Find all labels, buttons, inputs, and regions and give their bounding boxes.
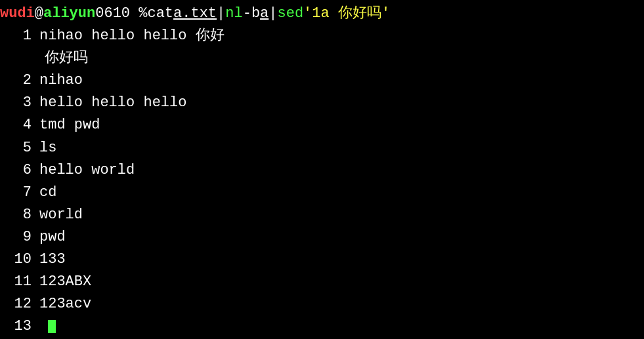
line-num-8: 8 bbox=[0, 204, 39, 226]
line-content-11: 123ABX bbox=[39, 271, 91, 293]
output-row-9: 9 pwd bbox=[0, 226, 644, 249]
line-content-3: hello hello hello bbox=[39, 92, 186, 114]
line-content-5: ls bbox=[39, 137, 56, 159]
cmd-cat: cat bbox=[147, 3, 173, 25]
output-row-12: 12 123acv bbox=[0, 293, 644, 315]
line-content-7: cd bbox=[39, 182, 56, 204]
line-num-6: 6 bbox=[0, 159, 39, 182]
output-row-13: 13 bbox=[0, 315, 644, 338]
cmd-sed-arg: '1a 你好吗' bbox=[303, 3, 390, 25]
cmd-flag: -b bbox=[243, 3, 260, 25]
prompt-suffix: 0610 % bbox=[95, 3, 147, 25]
cmd-arg: a bbox=[260, 3, 268, 25]
output-row-6: 6 hello world bbox=[0, 159, 644, 182]
line-num-11: 11 bbox=[0, 271, 39, 293]
output-row-1: 1 nihao hello hello 你好 bbox=[0, 25, 644, 47]
cmd-sed: sed bbox=[278, 3, 304, 25]
line-content-8: world bbox=[39, 204, 83, 226]
output-row-2: 2 nihao bbox=[0, 70, 644, 92]
line-num-12: 12 bbox=[0, 293, 39, 315]
line-num-7: 7 bbox=[0, 182, 39, 204]
line-num-2: 2 bbox=[0, 70, 39, 92]
line-content-6: hello world bbox=[39, 159, 135, 182]
line-content-4: tmd pwd bbox=[39, 114, 100, 136]
output-row-8: 8 world bbox=[0, 204, 644, 226]
line-content-10: 133 bbox=[39, 249, 66, 271]
hostname: aliyun bbox=[43, 3, 95, 25]
output-row-3: 3 hello hello hello bbox=[0, 92, 644, 114]
cmd-nl: nl bbox=[225, 3, 242, 25]
output-row-11: 11 123ABX bbox=[0, 271, 644, 293]
line-content-9: pwd bbox=[39, 226, 66, 249]
output-inserted: 你好吗 bbox=[0, 47, 644, 70]
prompt-line: wudi@aliyun 0610 % cat a.txt | nl -b a |… bbox=[0, 3, 644, 25]
line-num-10: 10 bbox=[0, 249, 39, 271]
line-num-5: 5 bbox=[0, 137, 39, 159]
at-symbol: @ bbox=[35, 3, 43, 25]
cursor bbox=[48, 320, 56, 333]
line-num-1: 1 bbox=[0, 25, 39, 47]
terminal: wudi@aliyun 0610 % cat a.txt | nl -b a |… bbox=[0, 0, 644, 339]
line-content-1: nihao hello hello 你好 bbox=[39, 25, 225, 47]
line-content-2: nihao bbox=[39, 70, 83, 92]
pipe2: | bbox=[268, 3, 277, 25]
username: wudi bbox=[0, 3, 35, 25]
output-row-4: 4 tmd pwd bbox=[0, 114, 644, 136]
line-num-4: 4 bbox=[0, 114, 39, 136]
line-num-3: 3 bbox=[0, 92, 39, 114]
output-row-7: 7 cd bbox=[0, 182, 644, 204]
line-num-9: 9 bbox=[0, 226, 39, 249]
output-lines: 1 nihao hello hello 你好 你好吗 2 nihao 3 hel… bbox=[0, 25, 644, 338]
line-num-13: 13 bbox=[0, 315, 39, 338]
cmd-file: a.txt bbox=[173, 3, 217, 25]
line-content-13 bbox=[39, 315, 48, 338]
pipe1: | bbox=[217, 3, 225, 25]
output-row-5: 5 ls bbox=[0, 137, 644, 159]
line-num-inserted bbox=[0, 47, 39, 70]
line-content-inserted: 你好吗 bbox=[39, 47, 88, 70]
output-row-10: 10 133 bbox=[0, 249, 644, 271]
line-content-12: 123acv bbox=[39, 293, 91, 315]
